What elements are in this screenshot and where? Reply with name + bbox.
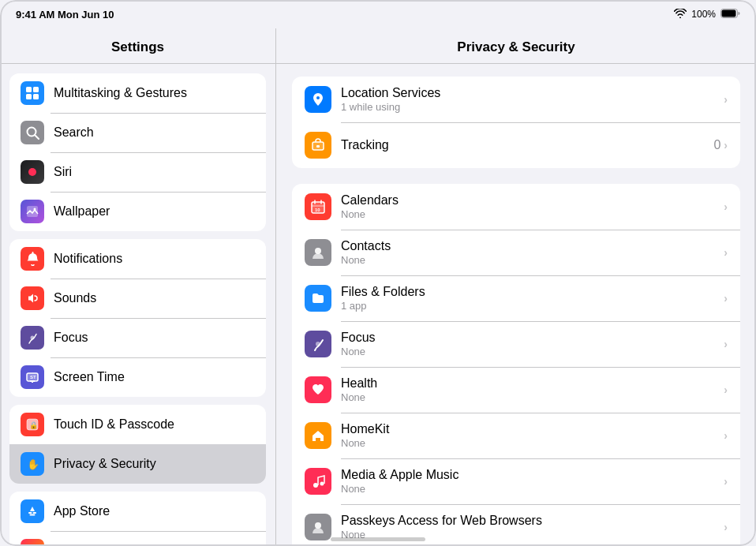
screentime-label: Screen Time — [54, 370, 125, 384]
sounds-label: Sounds — [54, 291, 96, 305]
homekit-icon-bg — [305, 422, 331, 449]
sidebar-item-privacy[interactable]: ✋ Privacy & Security — [9, 444, 266, 484]
wifi-icon — [674, 9, 687, 21]
calendars-label: Calendars — [341, 193, 724, 208]
svg-text:10: 10 — [315, 208, 320, 212]
wallpaper-label: Wallpaper — [54, 204, 110, 219]
focus-privacy-right: › — [724, 338, 728, 350]
svg-rect-4 — [26, 94, 32, 99]
focus-privacy-text: Focus None — [341, 331, 724, 357]
passkeys-right: › — [724, 521, 728, 533]
wallpaper-icon — [21, 200, 44, 223]
status-right: 100% — [674, 7, 740, 21]
sidebar-item-appstore[interactable]: App Store — [9, 492, 266, 531]
sidebar-item-wallpaper[interactable]: Wallpaper — [9, 192, 266, 231]
health-chevron: › — [724, 383, 728, 396]
appstore-icon — [21, 499, 44, 523]
content-item-health[interactable]: Health None › — [292, 367, 740, 413]
focus-label: Focus — [54, 331, 88, 345]
content-item-contacts[interactable]: Contacts None › — [292, 230, 740, 275]
sidebar-item-multitasking[interactable]: Multitasking & Gestures — [9, 73, 266, 113]
content-item-files[interactable]: Files & Folders 1 app › — [292, 275, 740, 321]
sidebar-item-notifications[interactable]: Notifications — [9, 239, 266, 279]
content-item-music[interactable]: Media & Apple Music None › — [292, 458, 740, 504]
tracking-right: 0 › — [713, 138, 728, 152]
sidebar-item-screentime[interactable]: ST Screen Time — [9, 357, 266, 397]
content-item-tracking[interactable]: Tracking 0 › — [292, 122, 740, 168]
touchid-label: Touch ID & Passcode — [54, 417, 174, 432]
files-label: Files & Folders — [341, 285, 724, 299]
sidebar-scroll: Multitasking & Gestures Search — [0, 64, 275, 546]
svg-point-10 — [34, 208, 36, 211]
location-sub: 1 while using — [341, 101, 724, 113]
homekit-label: HomeKit — [341, 422, 724, 436]
focus-privacy-sub: None — [341, 346, 724, 357]
sidebar-item-sounds[interactable]: Sounds — [9, 279, 266, 318]
location-right: › — [724, 93, 728, 106]
health-label: Health — [341, 376, 724, 391]
health-icon-bg — [305, 376, 331, 403]
content-panel: Privacy & Security Location Services 1 w… — [276, 28, 756, 546]
focus-icon — [21, 326, 44, 350]
passkeys-chevron: › — [724, 521, 728, 533]
privacy-icon: ✋ — [21, 452, 44, 476]
svg-point-30 — [316, 96, 320, 99]
files-icon-bg — [305, 285, 331, 312]
sidebar-item-touchid[interactable]: 🔒 Touch ID & Passcode — [9, 405, 266, 444]
content-item-homekit[interactable]: HomeKit None › — [292, 413, 740, 458]
svg-rect-3 — [33, 87, 39, 92]
files-right: › — [724, 292, 728, 305]
svg-point-40 — [315, 248, 321, 254]
tracking-chevron: › — [724, 139, 728, 151]
content-item-location[interactable]: Location Services 1 while using › — [292, 77, 740, 122]
sidebar-title: Settings — [0, 28, 275, 64]
location-chevron: › — [724, 93, 728, 106]
content-title: Privacy & Security — [276, 28, 756, 64]
svg-point-41 — [316, 342, 320, 346]
status-bar: 9:41 AM Mon Jun 10 100% — [0, 0, 756, 28]
homekit-right: › — [724, 429, 728, 442]
svg-rect-5 — [33, 94, 39, 99]
contacts-right: › — [724, 246, 728, 259]
battery-percentage: 100% — [691, 9, 716, 20]
location-icon-bg — [305, 86, 331, 113]
sidebar-item-gamecenter[interactable]: Game Center — [9, 531, 266, 546]
svg-text:✋: ✋ — [27, 458, 39, 471]
tracking-icon-bg — [305, 132, 331, 159]
search-icon — [21, 121, 44, 144]
calendars-sub: None — [341, 208, 724, 220]
health-sub: None — [341, 391, 724, 403]
focus-privacy-label: Focus — [341, 331, 724, 345]
svg-point-44 — [315, 522, 321, 529]
search-label: Search — [54, 125, 94, 140]
focus-privacy-icon-bg — [305, 331, 331, 357]
music-sub: None — [341, 483, 724, 495]
svg-line-7 — [35, 135, 39, 139]
content-item-focus-privacy[interactable]: Focus None › — [292, 321, 740, 367]
multitasking-label: Multitasking & Gestures — [54, 86, 187, 100]
music-icon-bg — [305, 468, 331, 495]
sidebar-item-focus[interactable]: Focus — [9, 318, 266, 357]
files-chevron: › — [724, 292, 728, 305]
svg-text:🔒: 🔒 — [29, 421, 39, 430]
sidebar-item-siri[interactable]: Siri — [9, 152, 266, 192]
content-item-calendars[interactable]: 10 Calendars None › — [292, 184, 740, 230]
sidebar-group-3: 🔒 Touch ID & Passcode ✋ Privacy & Securi… — [9, 405, 266, 484]
battery-icon — [720, 7, 740, 21]
appstore-label: App Store — [54, 504, 110, 518]
gamecenter-icon — [21, 539, 44, 546]
siri-label: Siri — [54, 165, 72, 179]
calendars-icon-bg: 10 — [305, 193, 331, 220]
homekit-chevron: › — [724, 429, 728, 442]
content-section-2: 10 Calendars None › — [292, 184, 740, 546]
calendars-text: Calendars None — [341, 193, 724, 220]
music-label: Media & Apple Music — [341, 468, 724, 482]
privacy-label: Privacy & Security — [54, 457, 156, 471]
contacts-icon-bg — [305, 239, 331, 266]
content-section-1: Location Services 1 while using › — [292, 77, 740, 168]
homekit-sub: None — [341, 437, 724, 449]
svg-rect-2 — [26, 87, 32, 92]
svg-point-42 — [313, 483, 318, 488]
svg-point-12 — [31, 336, 35, 340]
sidebar-item-search[interactable]: Search — [9, 113, 266, 152]
